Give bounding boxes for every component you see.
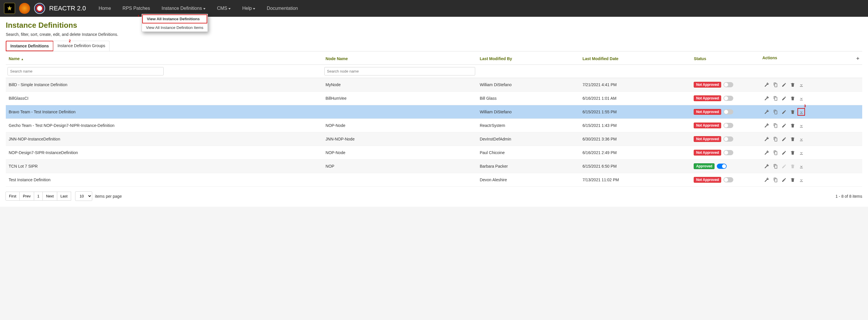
pager-prev[interactable]: Prev [19,192,34,201]
pager-next[interactable]: Next [42,192,57,201]
delete-button[interactable] [789,135,796,143]
table-row[interactable]: Gecho Team - Test NOP-Design7-NIPR-Insta… [6,119,862,132]
download-button[interactable] [798,162,805,170]
cell-actions [759,146,862,160]
cell-user: Paul Chicoine [477,146,580,160]
approve-toggle[interactable] [723,150,733,155]
delete-button[interactable] [789,122,796,129]
col-last-modified-date[interactable]: Last Modified Date [580,52,691,65]
configure-button[interactable] [763,95,770,102]
tab-instance-definitions[interactable]: Instance Definitions [6,41,54,51]
download-button[interactable] [798,95,805,102]
approve-toggle[interactable] [723,96,733,101]
edit-button[interactable] [780,149,788,156]
table-row[interactable]: Bravo Team - Test Instance DefinitionWil… [6,105,862,119]
configure-button[interactable] [763,122,770,129]
download-button[interactable] [798,122,805,129]
nav-cms[interactable]: CMS [211,1,237,16]
cell-name: Gecho Team - Test NOP-Design7-NIPR-Insta… [6,119,322,132]
cell-status: Not Approved [691,119,759,132]
copy-button[interactable] [771,122,779,129]
col-actions[interactable]: Actions+ [759,52,862,65]
page-size-select[interactable]: 10 [75,191,92,201]
configure-button[interactable] [763,135,770,143]
cell-node [322,105,477,119]
configure-button[interactable] [763,108,770,116]
cell-actions [759,132,862,146]
col-node-name[interactable]: Node Name [322,52,477,65]
cell-date: 6/16/2021 2:49 PM [580,146,691,160]
search-node-input[interactable] [324,67,475,75]
table-row[interactable]: BillD - Simple Instance DefinitionMyNode… [6,78,862,92]
approve-toggle[interactable] [723,177,733,183]
cell-user: William DiStefano [477,78,580,92]
table-row[interactable]: NOP-Design7-SIPR-InstanceDefinitionNOP-N… [6,146,862,160]
edit-button[interactable] [780,176,788,184]
table-row[interactable]: Test Instance DefinitionDevon Aleshire7/… [6,173,862,187]
col-status[interactable]: Status [691,52,759,65]
delete-button[interactable] [789,81,796,89]
status-badge: Not Approved [694,150,721,156]
cell-date: 6/16/2021 1:01 AM [580,92,691,105]
copy-button[interactable] [771,176,779,184]
configure-button[interactable] [763,162,770,170]
navbar: REACTR 2.0 HomeRPS PatchesInstance Defin… [0,0,868,17]
col-last-modified-by[interactable]: Last Modified By [477,52,580,65]
star-seal-icon [34,3,45,14]
download-button[interactable] [798,81,805,89]
col-name[interactable]: Name▲ [6,52,322,65]
dropdown-item-1[interactable]: View All Instance Definition Items [142,24,208,32]
approve-toggle[interactable] [723,123,733,128]
copy-button[interactable] [771,149,779,156]
edit-button[interactable] [780,122,788,129]
instance-definitions-dropdown: View All Instance DefinitionsView All In… [142,14,208,32]
cell-node: MyNode [322,78,477,92]
configure-button[interactable] [763,81,770,89]
search-name-input[interactable] [7,67,164,75]
caret-down-icon [253,8,255,9]
pager-last[interactable]: Last [57,192,71,201]
table-row[interactable]: BillGlassCIBillHumVeeBill Glass6/16/2021… [6,92,862,105]
dropdown-item-0[interactable]: View All Instance Definitions [142,14,207,24]
copy-button[interactable] [771,95,779,102]
download-button[interactable] [798,176,805,184]
pager: FirstPrev1NextLast 10 items per page 1 -… [6,191,862,201]
nav-help[interactable]: Help [237,1,261,16]
nav-home[interactable]: Home [93,1,117,16]
pager-first[interactable]: First [5,192,20,201]
edit-button[interactable] [780,135,788,143]
cell-date: 6/15/2021 1:43 PM [580,119,691,132]
annotation-3: 3 [804,104,806,108]
cell-status: Not Approved [691,146,759,160]
edit-button[interactable] [780,81,788,89]
configure-button[interactable] [763,176,770,184]
pager-1[interactable]: 1 [34,192,43,201]
download-button[interactable] [798,149,805,156]
download-button[interactable] [798,108,805,116]
copy-button[interactable] [771,162,779,170]
delete-button[interactable] [789,95,796,102]
approve-toggle[interactable] [717,164,727,169]
add-definition-button[interactable]: + [856,56,859,62]
delete-button[interactable] [789,108,796,116]
approve-toggle[interactable] [723,109,733,115]
cell-node: JNN-NOP-Node [322,132,477,146]
nav-documentation[interactable]: Documentation [261,1,304,16]
table-row[interactable]: TCN Lot 7 SIPRNOPBarbara Packer6/15/2021… [6,160,862,173]
edit-button[interactable] [780,108,788,116]
tab-instance-definition-groups[interactable]: Instance Definition Groups [53,41,110,51]
table-row[interactable]: JNN-NOP-InstanceDefinitionJNN-NOP-NodeDe… [6,132,862,146]
delete-button[interactable] [789,149,796,156]
approve-toggle[interactable] [723,82,733,87]
status-badge: Not Approved [694,136,721,142]
copy-button[interactable] [771,135,779,143]
edit-button[interactable] [780,95,788,102]
configure-button[interactable] [763,149,770,156]
copy-button[interactable] [771,81,779,89]
approve-toggle[interactable] [723,136,733,142]
caret-down-icon [203,8,206,9]
brand-title: REACTR 2.0 [49,5,86,12]
download-button[interactable] [798,135,805,143]
delete-button[interactable] [789,176,796,184]
copy-button[interactable] [771,108,779,116]
